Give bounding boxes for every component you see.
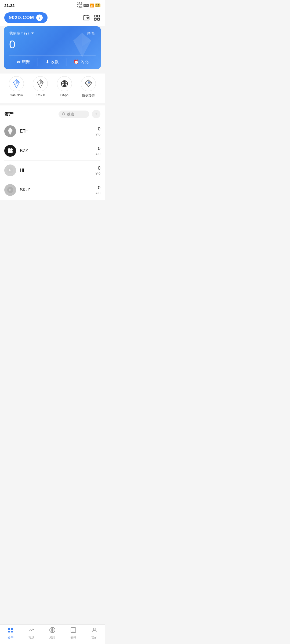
eth-token-icon [4,125,16,137]
network-speed: 27.8KB/s [77,2,82,9]
bzz-token-values: 0 ¥ 0 [96,146,100,156]
asset-card: 我的资产(¥) 👁 详情 › 0 ⇄ 转账 ⬇ 收款 ⏰ 闪兑 [4,26,101,69]
sku1-token-cny: ¥ 0 [96,191,100,195]
hd-badge: HD [84,4,89,7]
asset-actions: ⇄ 转账 ⬇ 收款 ⏰ 闪兑 [9,55,96,68]
token-item-eth[interactable]: ETH 0 ¥ 0 [4,122,100,141]
token-item-hi[interactable]: hi HI 0 ¥ 0 [4,161,100,180]
svg-text:hi: hi [9,169,11,172]
svg-point-27 [62,113,65,115]
sku1-token-icon: SK [4,184,16,196]
quick-chain-icon-wrap: EVM ∨∨ [81,76,96,91]
sku1-token-amount: 0 [96,185,100,191]
sku1-token-values: 0 ¥ 0 [96,185,100,195]
token-item-bzz[interactable]: BZZ 0 ¥ 0 [4,141,100,161]
header-icons [83,14,100,21]
svg-text:SK: SK [9,189,11,191]
search-add-row: + [59,110,100,118]
assets-section: 资产 + E [0,105,105,200]
scan-button[interactable] [93,14,100,21]
quick-item-eth2[interactable]: Eth2.0 [33,76,48,98]
quick-item-dapp[interactable]: DApp [57,76,72,98]
brand-button[interactable]: 902D.COM › [4,12,48,23]
assets-title: 资产 [4,111,13,117]
eth-token-values: 0 ¥ 0 [96,126,100,136]
quick-item-quick-chain[interactable]: EVM ∨∨ 快捷加链 [81,76,96,98]
bzz-token-amount: 0 [96,146,100,151]
hi-token-cny: ¥ 0 [96,171,100,175]
token-list: ETH 0 ¥ 0 BZZ 0 ¥ 0 [0,122,105,200]
svg-line-28 [64,115,65,116]
eth-token-amount: 0 [96,126,100,132]
bzz-token-icon [4,145,16,157]
search-box[interactable] [59,111,89,118]
svg-text:EVM: EVM [87,82,90,83]
hi-token-icon: hi [4,164,16,176]
hi-token-values: 0 ¥ 0 [96,166,100,175]
status-icons: 27.8KB/s HD 📶 18 [77,2,100,9]
svg-text:∨∨: ∨∨ [88,84,89,86]
eth2-label: Eth2.0 [36,93,45,97]
quick-item-gas-now[interactable]: Gas Now [9,76,24,98]
eth2-icon-wrap [33,76,48,91]
svg-rect-6 [94,18,96,20]
status-time: 21:22 [4,3,15,8]
brand-name: 902D.COM [9,15,34,20]
bzz-token-cny: ¥ 0 [96,152,100,156]
svg-rect-7 [97,18,100,20]
assets-header: 资产 + [0,105,105,122]
svg-point-36 [10,151,13,153]
eye-icon[interactable]: 👁 [30,31,35,36]
hi-token-name: HI [20,168,96,173]
search-input[interactable] [67,112,86,116]
receive-icon: ⬇ [46,59,49,64]
token-item-sku1[interactable]: SK SKU1 0 ¥ 0 [4,180,100,200]
quick-menu: Gas Now Eth2.0 DApp [0,74,105,103]
dapp-icon-wrap [57,76,72,91]
transfer-icon: ⇄ [17,59,20,64]
header: 902D.COM › [0,10,105,26]
exchange-button[interactable]: ⏰ 闪兑 [67,56,96,68]
eth-token-name: ETH [20,129,96,134]
status-bar: 21:22 27.8KB/s HD 📶 18 [0,0,105,10]
signal-icon: 📶 [90,3,94,8]
gas-now-icon-wrap [9,76,24,91]
svg-rect-5 [97,15,100,17]
hi-token-amount: 0 [96,166,100,171]
bzz-token-name: BZZ [20,148,96,153]
add-token-button[interactable]: + [92,110,100,118]
transfer-button[interactable]: ⇄ 转账 [9,56,38,68]
dapp-label: DApp [60,93,68,97]
add-wallet-button[interactable] [83,14,90,21]
brand-arrow-icon: › [36,14,43,21]
svg-rect-4 [94,15,96,17]
search-icon [62,112,66,116]
exchange-icon: ⏰ [74,59,79,64]
quick-chain-label: 快捷加链 [82,93,95,98]
battery-icon: 18 [95,3,100,7]
receive-button[interactable]: ⬇ 收款 [38,56,67,68]
asset-label: 我的资产(¥) 👁 [9,31,35,36]
eth-token-cny: ¥ 0 [96,132,100,136]
sku1-token-name: SKU1 [20,188,96,192]
gas-now-label: Gas Now [10,93,23,97]
